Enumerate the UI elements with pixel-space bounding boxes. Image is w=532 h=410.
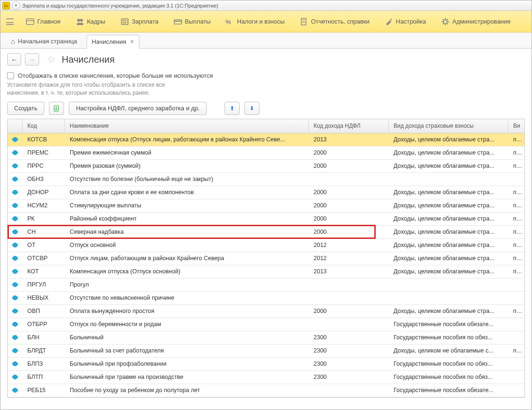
tabs-bar: ⌂ Начальная страница Начисления ✕: [0, 33, 532, 49]
table-row[interactable]: ДОНОРОплата за дни сдачи крови и ее комп…: [8, 186, 524, 199]
cell-name: Прогул: [65, 281, 309, 288]
row-icon: [12, 348, 18, 353]
tab-label: Начисления: [92, 38, 126, 45]
row-icon: [12, 137, 18, 142]
cell-code: БЛПЗ: [23, 361, 65, 367]
nav-forward-button[interactable]: →: [25, 53, 39, 66]
menu-item-label: Выплаты: [185, 18, 211, 25]
menu-icon: [385, 17, 393, 26]
ndfl-settings-label: Настройка НДФЛ, среднего заработка и др.: [76, 105, 200, 112]
menu-item-label: Главное: [37, 18, 61, 25]
svg-point-9: [443, 20, 447, 24]
table-row[interactable]: БЛПЗБольничный при профзаболевании2300Го…: [8, 358, 524, 371]
cell-vi: пп...: [508, 163, 524, 169]
row-icon: [12, 190, 18, 195]
cell-vi: пп...: [508, 189, 524, 196]
svg-point-2: [80, 19, 83, 22]
table-row[interactable]: ПРГУЛПрогул: [8, 279, 524, 292]
cell-ndfl: 2012: [309, 242, 389, 248]
page-header: ← → ☆ Начисления: [7, 53, 525, 66]
cell-insur: Доходы, целиком облагаемые стра...: [389, 242, 508, 248]
menu-item-3[interactable]: Выплаты: [166, 16, 218, 28]
row-icon: [12, 177, 18, 181]
arrow-down-icon: ⬇: [250, 105, 254, 112]
table-row[interactable]: ОТОтпуск основной2012Доходы, целиком обл…: [8, 239, 524, 252]
table-row[interactable]: БЛТПБольничный при травме на производств…: [8, 371, 524, 384]
row-icon: [12, 164, 18, 168]
cell-ndfl: 2013: [309, 136, 389, 143]
table-row[interactable]: КОТСВКомпенсация отпуска (Отпуск лицам, …: [8, 133, 524, 147]
table-row[interactable]: БЛНБольничный2300Государственные пособия…: [8, 331, 524, 344]
dropdown-chevron-icon[interactable]: ▼: [12, 1, 20, 10]
row-icon: [12, 203, 18, 208]
col-vi[interactable]: Ви: [508, 119, 524, 133]
cell-code: КОТСВ: [23, 136, 65, 143]
cell-insur: Государственные пособия по обяз...: [389, 334, 508, 341]
create-button[interactable]: Создать: [7, 102, 44, 115]
cell-insur: Государственные пособия по обяз...: [389, 361, 508, 367]
table-row[interactable]: ОБНЗОтсутствие по болезни (больничный ещ…: [8, 173, 524, 186]
row-icon: [12, 335, 18, 340]
row-icon: [12, 282, 18, 287]
favorite-star-icon[interactable]: ☆: [47, 53, 56, 66]
menu-item-1[interactable]: Кадры: [68, 16, 113, 28]
nav-back-button[interactable]: ←: [7, 53, 21, 66]
show-unused-checkbox[interactable]: [7, 72, 14, 79]
cell-insur: Доходы, целиком облагаемые стра...: [389, 136, 508, 143]
table-row[interactable]: НЕВЫХОтсутствие по невыясненной причине: [8, 292, 524, 305]
menu-item-4[interactable]: %Налоги и взносы: [218, 16, 292, 28]
col-insur[interactable]: Вид дохода страховые взносы: [389, 119, 508, 133]
menu-icon: [121, 17, 129, 26]
cell-insur: Доходы, целиком облагаемые стра...: [389, 163, 508, 169]
menu-item-label: Отчетность, справки: [311, 18, 370, 25]
grid-body: КОТСВКомпенсация отпуска (Отпуск лицам, …: [8, 133, 524, 397]
table-row[interactable]: БЛРДТБольничный за счет работодателя2300…: [8, 344, 524, 358]
arrow-up-icon: ⬆: [230, 105, 234, 112]
menu-item-label: Настройка: [396, 18, 426, 25]
menu-item-7[interactable]: Администрирование: [434, 16, 518, 28]
menu-item-6[interactable]: Настройка: [377, 16, 434, 28]
table-row[interactable]: ОВПОплата вынужденного простоя2000Доходы…: [8, 305, 524, 318]
page-title: Начисления: [62, 54, 115, 65]
col-name[interactable]: Наименование: [65, 119, 309, 133]
refresh-button[interactable]: [49, 102, 64, 115]
col-ndfl[interactable]: Код дохода НДФЛ: [309, 119, 389, 133]
hamburger-icon[interactable]: [6, 18, 14, 25]
table-row[interactable]: РКРайонный коэффициент2000Доходы, целико…: [8, 213, 524, 226]
svg-rect-10: [54, 106, 58, 111]
table-row[interactable]: РЕБ15Пособие по уходу за ребенком до пол…: [8, 384, 524, 397]
cell-vi: пп...: [508, 255, 524, 262]
menu-item-0[interactable]: Главное: [18, 16, 68, 28]
home-tab[interactable]: ⌂ Начальная страница: [5, 34, 83, 48]
cell-insur: Доходы, целиком облагаемые стра...: [389, 255, 508, 262]
cell-name: Больничный при травме на производстве: [65, 374, 309, 380]
table-row[interactable]: ПРРСПремия разовая (суммой)2000Доходы, ц…: [8, 160, 524, 173]
table-row[interactable]: ПРЕМСПремия ежемесячная суммой2000Доходы…: [8, 147, 524, 160]
tab-accruals[interactable]: Начисления ✕: [87, 35, 139, 49]
cell-name: Северная надбавка: [65, 229, 309, 235]
table-row[interactable]: НСУМ2Стимулирующие выплаты2000Доходы, це…: [8, 199, 524, 213]
col-icon[interactable]: [8, 119, 23, 133]
cell-name: Пособие по уходу за ребенком до полутора…: [65, 387, 309, 394]
col-code[interactable]: Код: [23, 119, 65, 133]
cell-code: НСУМ2: [23, 202, 65, 209]
close-icon[interactable]: ✕: [130, 39, 134, 45]
menu-item-2[interactable]: Зарплата: [113, 16, 166, 28]
menu-item-label: Кадры: [87, 18, 105, 25]
table-row[interactable]: КОТКомпенсация отпуска (Отпуск основной)…: [8, 265, 524, 279]
move-down-button[interactable]: ⬇: [244, 102, 259, 115]
ndfl-settings-button[interactable]: Настройка НДФЛ, среднего заработка и др.: [69, 102, 207, 115]
menu-item-label: Администрирование: [452, 18, 511, 25]
svg-rect-5: [174, 21, 182, 22]
cell-code: БЛТП: [23, 374, 65, 380]
move-up-button[interactable]: ⬆: [225, 102, 240, 115]
cell-code: СН: [23, 229, 65, 235]
row-icon: [12, 243, 18, 247]
row-icon: [12, 322, 18, 327]
app-logo-icon: 1c: [2, 2, 10, 9]
table-row[interactable]: ОТБРРОтпуск по беременности и родамГосуд…: [8, 318, 524, 331]
table-row[interactable]: ОТСВРОтпуск лицам, работающим в районах …: [8, 252, 524, 265]
menu-item-5[interactable]: Отчетность, справки: [292, 16, 377, 28]
table-row[interactable]: СНСеверная надбавка2000Доходы, целиком о…: [8, 226, 524, 239]
cell-ndfl: 2000: [309, 308, 389, 314]
